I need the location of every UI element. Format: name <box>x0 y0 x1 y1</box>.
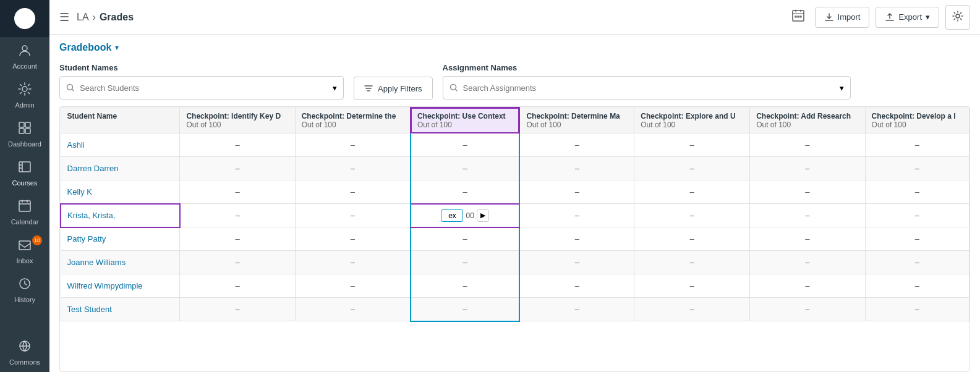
sidebar-item-courses[interactable]: Courses <box>0 154 49 193</box>
col-header-student: Student Name <box>67 112 117 120</box>
svg-point-4 <box>17 20 20 24</box>
topbar: ☰ LA › Grades Import <box>49 0 980 35</box>
breadcrumb-separator: › <box>93 12 96 23</box>
svg-point-5 <box>22 46 27 51</box>
table-row-krista: Krista, Krista, – – 00 ▶ – – – <box>61 204 969 227</box>
sidebar-logo[interactable] <box>0 0 49 37</box>
svg-rect-12 <box>19 201 30 211</box>
cell-joanne-develop: – <box>865 251 969 274</box>
cell-wilfred-determine-m: – <box>519 274 634 298</box>
edit-out-of: 00 <box>466 211 474 220</box>
col-checkpoint-determine-m: Checkpoint: Determine Ma Out of 100 <box>519 108 634 133</box>
cell-ashli-develop: – <box>865 133 969 157</box>
col-header-develop: Checkpoint: Develop a I <box>872 112 956 120</box>
assignment-search-box[interactable]: ▾ <box>443 76 851 99</box>
col-sub-determine: Out of 100 <box>302 120 404 129</box>
sidebar-item-label: Commons <box>9 358 40 366</box>
apply-filters-label: Apply Filters <box>378 84 422 93</box>
cell-darren-develop: – <box>865 157 969 180</box>
student-name-krista[interactable]: Krista, Krista, <box>61 204 180 227</box>
student-name-joanne[interactable]: Joanne Williams <box>61 251 180 274</box>
assignment-search-icon <box>450 83 458 92</box>
sidebar-item-calendar[interactable]: Calendar <box>0 193 49 232</box>
student-search-input[interactable] <box>80 83 328 93</box>
cell-test-use-context: – <box>411 298 520 321</box>
student-name-patty[interactable]: Patty Patty <box>61 227 180 251</box>
col-sub-determine-m: Out of 100 <box>526 120 628 129</box>
export-button[interactable]: Export ▾ <box>876 7 939 28</box>
cell-kelly-determine: – <box>295 180 411 204</box>
sidebar-item-inbox[interactable]: Inbox 10 <box>0 232 49 271</box>
sidebar-item-admin[interactable]: Admin <box>0 76 49 115</box>
student-name-test[interactable]: Test Student <box>61 298 180 321</box>
sidebar-item-label: History <box>14 296 35 303</box>
gradebook-table-container: Student Name Checkpoint: Identify Key D … <box>59 106 970 372</box>
cell-test-determine: – <box>295 298 411 321</box>
cell-krista-add-research: – <box>750 204 865 227</box>
import-button[interactable]: Import <box>815 7 870 28</box>
sidebar-item-label: Calendar <box>11 218 39 226</box>
assignment-filter-section: Assignment Names ▾ <box>443 63 851 100</box>
col-sub-use-context: Out of 100 <box>417 120 513 129</box>
svg-rect-13 <box>19 241 30 250</box>
col-student-name: Student Name <box>61 108 180 133</box>
table-row: Ashli – – – – – – – <box>61 133 969 157</box>
svg-rect-10 <box>25 129 30 133</box>
svg-point-3 <box>29 20 33 24</box>
sidebar-item-account[interactable]: Account <box>0 37 49 76</box>
assignment-search-input[interactable] <box>463 83 835 93</box>
sidebar-item-dashboard[interactable]: Dashboard <box>0 115 49 154</box>
col-sub-identify: Out of 100 <box>186 120 288 129</box>
student-search-box[interactable]: ▾ <box>59 76 344 99</box>
hamburger-icon[interactable]: ☰ <box>59 11 69 24</box>
cell-kelly-determine-m: – <box>519 180 634 204</box>
cell-test-identify: – <box>180 298 295 321</box>
svg-point-17 <box>956 14 960 18</box>
svg-rect-9 <box>19 129 24 133</box>
student-name-ashli[interactable]: Ashli <box>61 133 180 157</box>
gradebook-title[interactable]: Gradebook <box>59 42 111 53</box>
student-name-kelly[interactable]: Kelly K <box>61 180 180 204</box>
cell-joanne-add-research: – <box>750 251 865 274</box>
calendar-icon-button[interactable] <box>788 5 809 29</box>
table-row: Darren Darren – – – – – – – <box>61 157 969 180</box>
sidebar-item-label: Dashboard <box>8 140 41 148</box>
col-checkpoint-add-research: Checkpoint: Add Research Out of 100 <box>750 108 865 133</box>
table-row: Joanne Williams – – – – – – – <box>61 251 969 274</box>
sidebar-item-commons[interactable]: Commons <box>0 333 49 372</box>
student-name-darren[interactable]: Darren Darren <box>61 157 180 180</box>
inbox-icon <box>18 238 32 255</box>
student-filter-section: Student Names ▾ <box>59 63 344 100</box>
svg-point-6 <box>22 87 27 91</box>
col-checkpoint-identify: Checkpoint: Identify Key D Out of 100 <box>180 108 295 133</box>
cell-joanne-determine: – <box>295 251 411 274</box>
settings-button[interactable] <box>945 5 970 30</box>
col-header-use-context: Checkpoint: Use Context <box>417 112 506 120</box>
sidebar-item-history[interactable]: History <box>0 271 49 310</box>
assignment-names-label: Assignment Names <box>443 63 851 72</box>
cell-wilfred-add-research: – <box>750 274 865 298</box>
cell-joanne-determine-m: – <box>519 251 634 274</box>
grade-edit-input[interactable] <box>441 209 463 222</box>
cell-krista-use-context[interactable]: 00 ▶ <box>411 204 520 227</box>
sidebar: Account Admin Dashboard <box>0 0 49 372</box>
cell-darren-determine: – <box>295 157 411 180</box>
breadcrumb-current: Grades <box>100 12 134 23</box>
cell-patty-add-research: – <box>750 227 865 251</box>
cell-patty-use-context: – <box>411 227 520 251</box>
edit-nav-button[interactable]: ▶ <box>477 209 489 222</box>
student-name-wilfred[interactable]: Wilfred Wimpydimple <box>61 274 180 298</box>
edit-cell-wrapper: 00 ▶ <box>414 209 517 222</box>
gradebook-dropdown-arrow[interactable]: ▾ <box>115 43 119 52</box>
cell-wilfred-explore: – <box>634 274 750 298</box>
col-checkpoint-explore: Checkpoint: Explore and U Out of 100 <box>634 108 750 133</box>
svg-point-1 <box>22 16 27 21</box>
apply-filters-button[interactable]: Apply Filters <box>354 77 433 100</box>
cell-patty-determine-m: – <box>519 227 634 251</box>
table-row: Kelly K – – – – – – – <box>61 180 969 204</box>
cell-test-add-research: – <box>750 298 865 321</box>
sidebar-item-label: Admin <box>15 101 34 109</box>
table-row: Patty Patty – – – – – – – <box>61 227 969 251</box>
cell-kelly-add-research: – <box>750 180 865 204</box>
cell-kelly-use-context: – <box>411 180 520 204</box>
